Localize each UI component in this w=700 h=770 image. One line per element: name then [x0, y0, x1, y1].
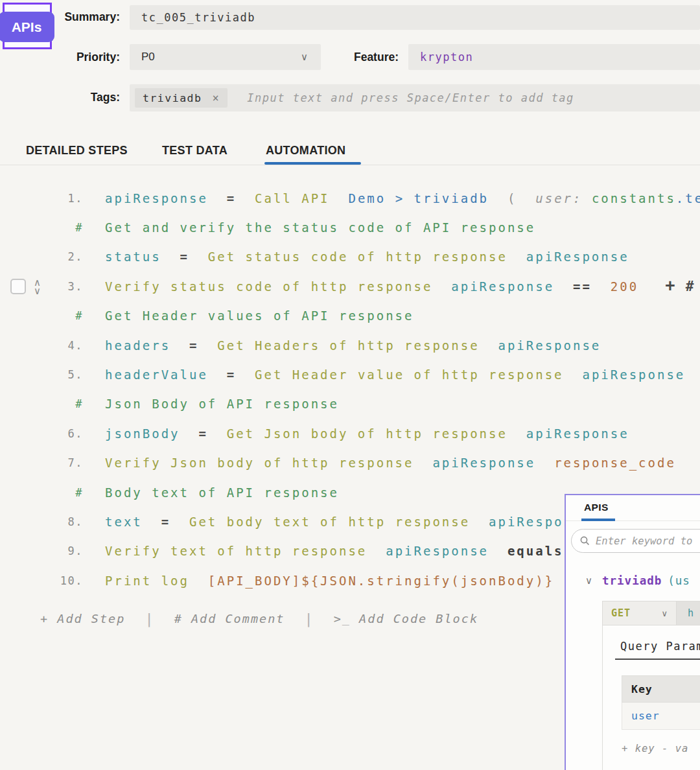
tags-label: Tags:	[55, 91, 120, 104]
actions-separator: |	[304, 611, 314, 627]
add-comment-inline-icon[interactable]: #	[686, 279, 694, 294]
step-line[interactable]: 5.headerValue = Get Header value of http…	[0, 360, 700, 389]
code-token	[330, 191, 349, 205]
step-number: 8.	[0, 515, 83, 528]
add-code-block-action[interactable]: >_ Add Code Block	[334, 612, 478, 625]
tag-chip-label: triviadb	[143, 92, 202, 104]
code-token: Get Header value of http response	[255, 368, 564, 382]
tab-automation[interactable]: AUTOMATION	[266, 144, 345, 158]
tab-detailed-steps[interactable]: DETAILED STEPS	[26, 144, 128, 158]
tags-input[interactable]: triviadb × Input text and press Space/En…	[130, 84, 700, 111]
priority-select[interactable]: P0 ∨	[130, 44, 321, 70]
code-token: Call API	[255, 191, 330, 205]
api-search-box[interactable]	[571, 529, 700, 553]
step-line[interactable]: 2.status = Get status code of http respo…	[0, 242, 700, 272]
api-group-suffix: (us	[668, 574, 690, 587]
code-token: =	[143, 515, 189, 529]
code-token: Get status code of http response	[208, 250, 508, 264]
code-token: response_code	[554, 456, 676, 470]
apis-panel: APIS ∨ triviadb (us GET ∨ h Query Param …	[565, 494, 700, 770]
tabs-divider	[0, 165, 700, 165]
step-code: Body text of API response	[105, 485, 339, 500]
priority-label: Priority:	[55, 51, 120, 64]
step-controls: ∧∨	[10, 272, 41, 301]
add-key-value-action[interactable]: + key - va	[622, 743, 688, 754]
search-icon	[580, 536, 590, 546]
code-token: ==	[554, 279, 611, 294]
url-input[interactable]: h	[677, 601, 700, 625]
chevron-down-icon[interactable]: ∨	[34, 286, 41, 295]
apis-panel-tab[interactable]: APIS	[584, 502, 609, 513]
code-token: Print log	[105, 574, 189, 588]
comment-marker: #	[0, 397, 83, 410]
step-row-actions: +#	[665, 272, 694, 301]
apis-drag-outline: APIs	[3, 3, 52, 49]
step-number: 7.	[0, 456, 83, 469]
code-token: jsonBody	[105, 426, 180, 441]
method-value: GET	[611, 607, 631, 619]
method-select[interactable]: GET ∨	[602, 601, 677, 625]
close-icon[interactable]: ×	[212, 91, 220, 104]
step-number: 4.	[0, 339, 83, 352]
code-token: Verify Json body of http response	[105, 456, 414, 470]
comment-line[interactable]: #Get and verify the status code of API r…	[0, 213, 700, 242]
code-token	[508, 426, 526, 441]
code-token: Get Header values of API response	[105, 309, 414, 323]
code-token: headerValue	[105, 368, 208, 382]
code-token: Verify status code of http response	[105, 279, 432, 294]
code-token: [API_BODY]${JSON.stringify(jsonBody)}	[208, 574, 554, 588]
step-code: headers = Get Headers of http response a…	[105, 338, 601, 353]
step-code: text = Get body text of http response ap…	[105, 515, 592, 529]
comment-line[interactable]: #Get Header values of API response	[0, 301, 700, 331]
feature-input[interactable]: krypton	[408, 44, 700, 70]
step-code: Json Body of API response	[105, 397, 339, 411]
add-step-action[interactable]: + Add Step	[40, 612, 125, 625]
step-number: 5.	[0, 368, 83, 381]
chevron-down-icon: ∨	[301, 51, 308, 63]
tab-test-data[interactable]: TEST DATA	[162, 144, 228, 158]
panel-content-edge	[602, 601, 603, 770]
step-checkbox[interactable]	[10, 279, 26, 294]
code-token: =	[208, 191, 255, 205]
table-header-key: Key	[622, 675, 700, 703]
table-row[interactable]: user	[622, 703, 700, 730]
code-token	[480, 338, 498, 353]
add-step-inline-icon[interactable]: +	[665, 276, 675, 296]
comment-marker: #	[0, 486, 83, 499]
comment-line[interactable]: #Json Body of API response	[0, 390, 700, 419]
code-token: Body text of API response	[105, 485, 339, 500]
api-search-input[interactable]	[596, 535, 700, 547]
code-token	[508, 250, 526, 264]
api-group-triviadb[interactable]: ∨ triviadb (us	[585, 574, 690, 587]
step-line[interactable]: ∧∨3.Verify status code of http response …	[0, 272, 700, 301]
step-line[interactable]: 4.headers = Get Headers of http response…	[0, 331, 700, 360]
code-token: .te	[676, 191, 700, 205]
add-comment-action[interactable]: # Add Comment	[174, 612, 285, 625]
code-token: text	[105, 515, 143, 529]
step-number: 9.	[0, 544, 83, 557]
summary-input[interactable]: tc_005_triviadb	[130, 5, 700, 30]
code-token	[470, 515, 489, 529]
query-params-table: Key user	[622, 675, 700, 730]
step-line[interactable]: 6.jsonBody = Get Json body of http respo…	[0, 419, 700, 448]
feature-label: Feature:	[337, 51, 399, 64]
code-token: headers	[105, 338, 170, 353]
actions-separator: |	[145, 611, 154, 627]
summary-label: Summary:	[55, 10, 120, 24]
code-token: Get body text of http response	[189, 515, 470, 529]
step-code: status = Get status code of http respons…	[105, 250, 629, 264]
step-line[interactable]: 7.Verify Json body of http response apiR…	[0, 449, 700, 478]
code-token: Get Headers of http response	[217, 338, 479, 353]
code-token: =	[180, 426, 227, 441]
apis-panel-tab-underline	[581, 519, 615, 521]
code-token	[367, 544, 386, 558]
step-code: Verify text of http response apiResponse…	[105, 544, 564, 558]
step-number: 10.	[0, 574, 83, 587]
code-token: 200	[611, 279, 638, 294]
step-line[interactable]: 1.apiResponse = Call API Demo > triviadb…	[0, 183, 700, 213]
code-token	[564, 368, 583, 382]
apis-button[interactable]: APIs	[0, 12, 54, 42]
tag-chip: triviadb ×	[135, 88, 228, 108]
editor-actions-bar: + Add Step | # Add Comment | >_ Add Code…	[40, 604, 478, 633]
code-token: Demo > triviadb	[348, 191, 489, 205]
